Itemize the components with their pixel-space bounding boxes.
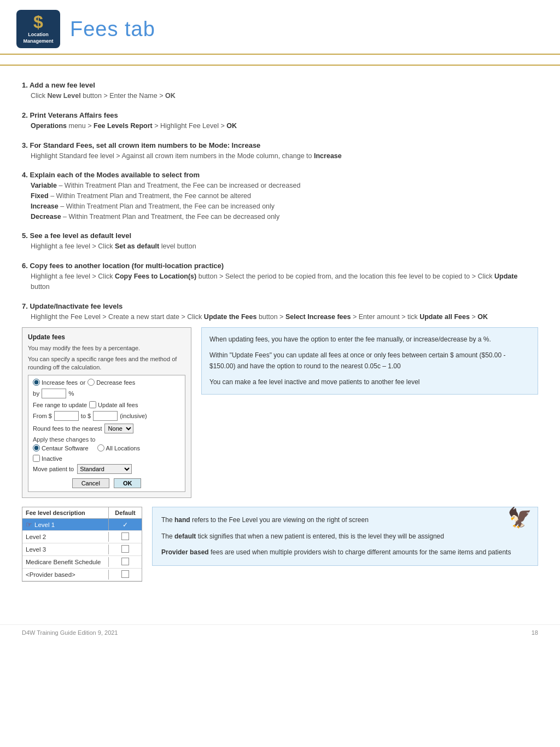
inclusive-label: (inclusive) — [120, 413, 147, 419]
fee-table-area: Fee level description Default ☞ Level 1 … — [22, 507, 538, 582]
default-checkbox[interactable] — [121, 570, 129, 578]
fee-range-label: Fee range to update — [33, 402, 87, 408]
section-1-heading: 1. Add a new fee level — [22, 81, 538, 89]
cancel-button[interactable]: Cancel — [72, 478, 109, 488]
table-row[interactable]: ☞ Level 1 ✓ — [22, 519, 142, 531]
percent-label: % — [68, 390, 74, 397]
centaur-radio[interactable] — [33, 444, 40, 451]
row-default: ✓ — [109, 519, 142, 530]
increase-decrease-row: Increase fees or Decrease fees — [33, 379, 180, 386]
footer-page: 18 — [532, 629, 538, 636]
section-4: 4. Explain each of the Modes available t… — [22, 171, 538, 222]
ok-button[interactable]: OK — [114, 478, 142, 488]
logo: $ LocationManagement — [16, 10, 60, 48]
fee-level-callout: 🦅 The hand refers to the Fee Level you a… — [152, 507, 538, 566]
increase-radio-label[interactable]: Increase fees — [33, 379, 78, 386]
dialog-title: Update fees — [28, 333, 185, 341]
section-1-number: 1. — [22, 81, 28, 89]
dialog-buttons: Cancel OK — [33, 478, 180, 488]
bird-icon: 🦅 — [508, 502, 532, 534]
fee-callout-para2: The default tick signifies that when a n… — [161, 531, 529, 542]
inactive-label[interactable]: Inactive — [33, 455, 180, 462]
section-1-body: Click New Level button > Enter the Name … — [22, 91, 538, 101]
centaur-radio-label[interactable]: Centaur Software — [33, 444, 89, 451]
section-6-heading: 6. Copy fees to another location (for mu… — [22, 262, 538, 270]
decrease-radio-label[interactable]: Decrease fees — [88, 379, 135, 386]
section-2: 2. Print Veterans Affairs fees Operation… — [22, 111, 538, 131]
header-divider — [0, 65, 560, 66]
default-checkbox[interactable] — [121, 545, 129, 553]
footer: D4W Training Guide Edition 9, 2021 18 — [0, 624, 560, 640]
col-desc-header: Fee level description — [22, 507, 109, 518]
row-desc: ☞ Level 1 — [22, 519, 109, 530]
callout-para2: Within "Update Fees" you can update all … — [209, 350, 530, 371]
table-row[interactable]: Level 3 — [22, 543, 142, 556]
callout-para1: When updating fees, you have the option … — [209, 334, 530, 345]
fee-level-table: Fee level description Default ☞ Level 1 … — [22, 507, 142, 582]
col-default-header: Default — [109, 507, 142, 518]
apply-radio-row: Centaur Software All Locations — [33, 444, 180, 451]
all-locations-radio-label[interactable]: All Locations — [97, 444, 140, 451]
section-2-body: Operations menu > Fee Levels Report > Hi… — [22, 121, 538, 131]
table-row[interactable]: <Provider based> — [22, 569, 142, 581]
section-4-heading: 4. Explain each of the Modes available t… — [22, 171, 538, 179]
fee-callout-para1: The hand refers to the Fee Level you are… — [161, 515, 529, 525]
inactive-checkbox[interactable] — [33, 455, 40, 462]
to-input[interactable] — [93, 411, 118, 421]
logo-text: LocationManagement — [23, 32, 53, 44]
callout-para3: You can make a fee level inactive and mo… — [209, 377, 530, 387]
to-label: to $ — [81, 413, 91, 419]
row-default — [109, 556, 142, 568]
from-to-row: From $ to $ (inclusive) — [33, 411, 180, 421]
row-desc: Level 3 — [22, 545, 109, 554]
dollar-icon: $ — [33, 13, 43, 31]
update-all-label[interactable]: Update all fees — [89, 401, 138, 408]
dialog-subtitle2: You can specify a specific range fees an… — [28, 355, 185, 372]
move-patient-row: Move patient to Standard — [33, 464, 180, 474]
row-desc: <Provider based> — [22, 570, 109, 580]
move-patient-select[interactable]: Standard — [77, 464, 132, 474]
update-callout: When updating fees, you have the option … — [201, 327, 538, 395]
section-2-heading: 2. Print Veterans Affairs fees — [22, 111, 538, 119]
update-area: Update fees You may modify the fees by a… — [22, 327, 538, 498]
or-label: or — [80, 379, 85, 386]
by-label: by — [33, 390, 39, 397]
update-all-checkbox[interactable] — [89, 401, 96, 408]
round-select[interactable]: None 0.05 0.10 0.50 1.00 — [104, 424, 133, 433]
table-row[interactable]: Medicare Benefit Schedule — [22, 556, 142, 569]
section-3-heading: 3. For Standard Fees, set all crown item… — [22, 141, 538, 149]
enter-amount: Enter amount — [359, 313, 400, 321]
row-default — [109, 569, 142, 581]
fee-callout-para3: Provider based fees are used when multip… — [161, 547, 529, 558]
page-title: Fees tab — [70, 18, 155, 41]
by-percent-row: by % — [33, 389, 180, 398]
round-label: Round fees to the nearest — [33, 425, 102, 432]
section-6: 6. Copy fees to another location (for mu… — [22, 262, 538, 292]
section-3: 3. For Standard Fees, set all crown item… — [22, 141, 538, 161]
section-7: 7. Update/Inactivate fee levels Highligh… — [22, 302, 538, 582]
section-5-body: Highlight a fee level > Click Set as def… — [22, 241, 538, 252]
all-locations-radio[interactable] — [97, 444, 104, 451]
from-input[interactable] — [54, 411, 79, 421]
apply-label: Apply these changes to — [33, 436, 180, 443]
section-5-heading: 5. See a fee level as default level — [22, 231, 538, 240]
round-row: Round fees to the nearest None 0.05 0.10… — [33, 424, 180, 433]
row-desc: Level 2 — [22, 532, 109, 542]
section-4-body: Variable – Within Treatment Plan and Tre… — [22, 181, 538, 222]
increase-radio[interactable] — [33, 379, 40, 386]
percent-input[interactable] — [42, 389, 66, 398]
default-checkbox[interactable] — [121, 558, 129, 565]
create-new-start-date: Create a new start date — [108, 313, 179, 321]
row-default — [109, 543, 142, 555]
section-3-body: Highlight Standard fee level > Against a… — [22, 151, 538, 161]
fee-range-row: Fee range to update Update all fees — [33, 401, 180, 408]
decrease-radio[interactable] — [88, 379, 95, 386]
table-row[interactable]: Level 2 — [22, 531, 142, 543]
select-increase-fees: Select Increase fees — [285, 313, 351, 321]
page-header: $ LocationManagement Fees tab — [0, 0, 560, 55]
fee-table-header: Fee level description Default — [22, 507, 142, 519]
default-checkbox[interactable] — [121, 532, 129, 540]
section-6-body: Highlight a fee level > Click Copy Fees … — [22, 271, 538, 292]
row-desc: Medicare Benefit Schedule — [22, 557, 109, 567]
row-default — [109, 531, 142, 543]
